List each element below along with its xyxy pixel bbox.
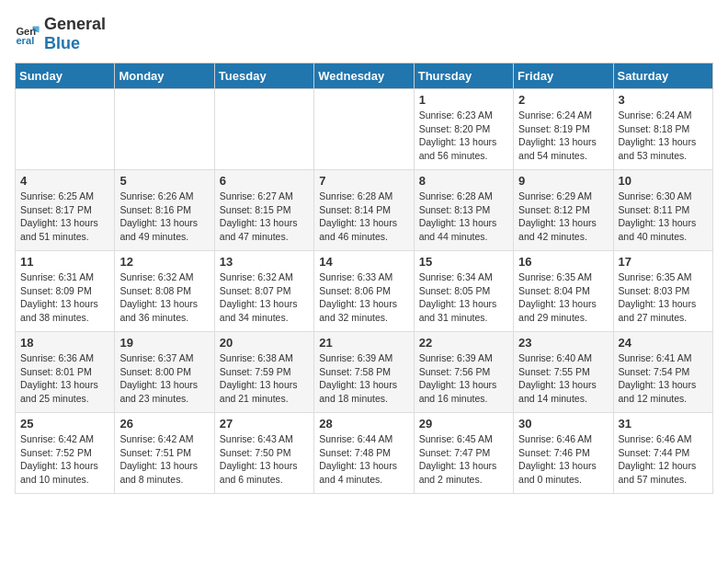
day-info: Sunrise: 6:24 AM Sunset: 8:18 PM Dayligh… [619,109,708,163]
day-info: Sunrise: 6:46 AM Sunset: 7:44 PM Dayligh… [619,432,708,487]
header-cell-friday: Friday [514,63,613,89]
week-row-3: 18Sunrise: 6:36 AM Sunset: 8:01 PM Dayli… [16,332,713,413]
day-info: Sunrise: 6:31 AM Sunset: 8:09 PM Dayligh… [20,270,109,325]
day-number: 11 [20,255,109,269]
day-info: Sunrise: 6:42 AM Sunset: 7:52 PM Dayligh… [20,432,109,487]
day-number: 17 [619,255,708,269]
day-cell: 5Sunrise: 6:26 AM Sunset: 8:16 PM Daylig… [115,170,214,251]
day-cell: 24Sunrise: 6:41 AM Sunset: 7:54 PM Dayli… [613,332,712,413]
day-number: 25 [20,417,109,431]
day-cell: 7Sunrise: 6:28 AM Sunset: 8:14 PM Daylig… [314,170,414,251]
day-info: Sunrise: 6:35 AM Sunset: 8:03 PM Dayligh… [619,270,708,325]
day-cell: 2Sunrise: 6:24 AM Sunset: 8:19 PM Daylig… [514,89,613,170]
day-cell: 14Sunrise: 6:33 AM Sunset: 8:06 PM Dayli… [314,251,414,332]
day-info: Sunrise: 6:46 AM Sunset: 7:46 PM Dayligh… [518,432,608,487]
day-info: Sunrise: 6:44 AM Sunset: 7:48 PM Dayligh… [319,432,408,487]
header-cell-thursday: Thursday [414,63,513,89]
day-number: 13 [220,255,309,269]
day-info: Sunrise: 6:39 AM Sunset: 7:58 PM Dayligh… [319,351,408,406]
header: Gen eral General Blue [15,15,713,53]
svg-text:eral: eral [16,35,34,46]
header-cell-saturday: Saturday [613,63,712,89]
day-number: 31 [619,417,708,431]
day-cell [16,89,115,170]
day-info: Sunrise: 6:32 AM Sunset: 8:08 PM Dayligh… [119,270,209,325]
day-info: Sunrise: 6:34 AM Sunset: 8:05 PM Dayligh… [419,270,508,325]
calendar-table: SundayMondayTuesdayWednesdayThursdayFrid… [15,63,713,494]
day-cell: 30Sunrise: 6:46 AM Sunset: 7:46 PM Dayli… [514,413,613,494]
day-number: 21 [319,336,408,350]
day-info: Sunrise: 6:37 AM Sunset: 8:00 PM Dayligh… [119,351,209,406]
day-cell: 26Sunrise: 6:42 AM Sunset: 7:51 PM Dayli… [115,413,214,494]
day-cell: 17Sunrise: 6:35 AM Sunset: 8:03 PM Dayli… [613,251,712,332]
day-number: 6 [220,174,309,188]
header-cell-monday: Monday [115,63,214,89]
day-cell: 1Sunrise: 6:23 AM Sunset: 8:20 PM Daylig… [414,89,513,170]
day-number: 18 [20,336,109,350]
day-cell: 27Sunrise: 6:43 AM Sunset: 7:50 PM Dayli… [214,413,313,494]
day-info: Sunrise: 6:35 AM Sunset: 8:04 PM Dayligh… [518,270,608,325]
day-info: Sunrise: 6:30 AM Sunset: 8:11 PM Dayligh… [619,190,708,244]
header-cell-wednesday: Wednesday [314,63,414,89]
day-info: Sunrise: 6:38 AM Sunset: 7:59 PM Dayligh… [220,351,309,406]
day-info: Sunrise: 6:23 AM Sunset: 8:20 PM Dayligh… [419,109,508,163]
day-cell: 16Sunrise: 6:35 AM Sunset: 8:04 PM Dayli… [514,251,613,332]
logo-icon: Gen eral [15,21,40,47]
day-info: Sunrise: 6:25 AM Sunset: 8:17 PM Dayligh… [20,190,109,244]
day-cell [214,89,313,170]
day-cell: 6Sunrise: 6:27 AM Sunset: 8:15 PM Daylig… [214,170,313,251]
day-number: 8 [419,174,508,188]
day-info: Sunrise: 6:32 AM Sunset: 8:07 PM Dayligh… [220,270,309,325]
day-number: 29 [419,417,508,431]
day-info: Sunrise: 6:36 AM Sunset: 8:01 PM Dayligh… [20,351,109,406]
day-number: 10 [619,174,708,188]
day-info: Sunrise: 6:29 AM Sunset: 8:12 PM Dayligh… [518,190,608,244]
day-cell: 21Sunrise: 6:39 AM Sunset: 7:58 PM Dayli… [314,332,414,413]
day-info: Sunrise: 6:26 AM Sunset: 8:16 PM Dayligh… [119,190,209,244]
day-cell: 20Sunrise: 6:38 AM Sunset: 7:59 PM Dayli… [214,332,313,413]
day-info: Sunrise: 6:33 AM Sunset: 8:06 PM Dayligh… [319,270,408,325]
day-number: 24 [619,336,708,350]
day-cell: 4Sunrise: 6:25 AM Sunset: 8:17 PM Daylig… [16,170,115,251]
day-number: 9 [518,174,608,188]
day-cell: 8Sunrise: 6:28 AM Sunset: 8:13 PM Daylig… [414,170,513,251]
day-number: 7 [319,174,408,188]
week-row-1: 4Sunrise: 6:25 AM Sunset: 8:17 PM Daylig… [16,170,713,251]
day-cell: 23Sunrise: 6:40 AM Sunset: 7:55 PM Dayli… [514,332,613,413]
day-cell: 19Sunrise: 6:37 AM Sunset: 8:00 PM Dayli… [115,332,214,413]
day-number: 16 [518,255,608,269]
day-info: Sunrise: 6:28 AM Sunset: 8:13 PM Dayligh… [419,190,508,244]
day-number: 3 [619,93,708,107]
day-cell: 3Sunrise: 6:24 AM Sunset: 8:18 PM Daylig… [613,89,712,170]
header-cell-tuesday: Tuesday [214,63,313,89]
day-number: 1 [419,93,508,107]
day-cell: 12Sunrise: 6:32 AM Sunset: 8:08 PM Dayli… [115,251,214,332]
day-cell: 29Sunrise: 6:45 AM Sunset: 7:47 PM Dayli… [414,413,513,494]
day-number: 15 [419,255,508,269]
day-cell [314,89,414,170]
day-cell: 28Sunrise: 6:44 AM Sunset: 7:48 PM Dayli… [314,413,414,494]
day-cell: 10Sunrise: 6:30 AM Sunset: 8:11 PM Dayli… [613,170,712,251]
day-info: Sunrise: 6:24 AM Sunset: 8:19 PM Dayligh… [518,109,608,163]
day-cell: 22Sunrise: 6:39 AM Sunset: 7:56 PM Dayli… [414,332,513,413]
day-number: 14 [319,255,408,269]
day-number: 26 [119,417,209,431]
day-number: 4 [20,174,109,188]
day-number: 20 [220,336,309,350]
day-number: 19 [119,336,209,350]
week-row-4: 25Sunrise: 6:42 AM Sunset: 7:52 PM Dayli… [16,413,713,494]
day-cell: 25Sunrise: 6:42 AM Sunset: 7:52 PM Dayli… [16,413,115,494]
day-cell: 13Sunrise: 6:32 AM Sunset: 8:07 PM Dayli… [214,251,313,332]
day-number: 2 [518,93,608,107]
day-number: 30 [518,417,608,431]
day-number: 22 [419,336,508,350]
day-cell: 11Sunrise: 6:31 AM Sunset: 8:09 PM Dayli… [16,251,115,332]
day-info: Sunrise: 6:45 AM Sunset: 7:47 PM Dayligh… [419,432,508,487]
day-info: Sunrise: 6:28 AM Sunset: 8:14 PM Dayligh… [319,190,408,244]
day-info: Sunrise: 6:41 AM Sunset: 7:54 PM Dayligh… [619,351,708,406]
day-number: 23 [518,336,608,350]
day-cell: 31Sunrise: 6:46 AM Sunset: 7:44 PM Dayli… [613,413,712,494]
day-number: 12 [119,255,209,269]
day-info: Sunrise: 6:27 AM Sunset: 8:15 PM Dayligh… [220,190,309,244]
day-cell: 18Sunrise: 6:36 AM Sunset: 8:01 PM Dayli… [16,332,115,413]
